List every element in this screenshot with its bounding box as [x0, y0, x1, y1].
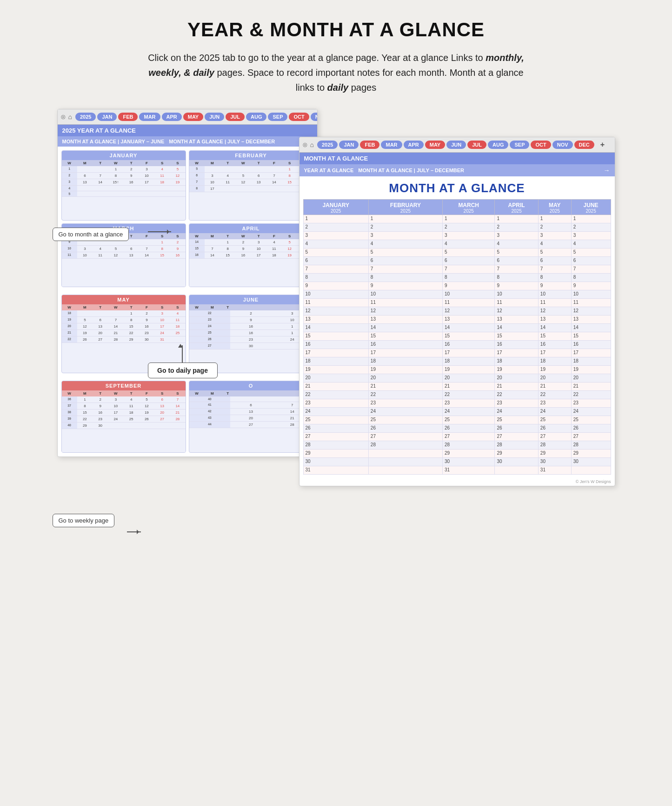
- tab-aug-right[interactable]: AUG: [488, 141, 508, 149]
- table-row: 161616161616: [303, 341, 611, 349]
- tab-plus-right[interactable]: +: [596, 139, 609, 150]
- table-row: 777777: [303, 265, 611, 274]
- tab-may-right[interactable]: MAY: [425, 141, 445, 149]
- tab-oct-right[interactable]: OCT: [531, 141, 551, 149]
- nav-month-jul-dec-right[interactable]: MONTH AT A GLANCE | JULY – DECEMBER: [358, 168, 464, 173]
- month-table: JANUARY2025 FEBRUARY2025 MARCH2025 APRIL…: [303, 199, 611, 475]
- nav-year-glance[interactable]: YEAR AT A GLANCE: [304, 168, 354, 173]
- month-glance-nav: YEAR AT A GLANCE MONTH AT A GLANCE | JUL…: [299, 164, 615, 176]
- cal-april: APRIL W M T W T F S S 14 1 2 3 4: [189, 223, 313, 287]
- th-march: MARCH2025: [443, 200, 495, 215]
- calendar-grid-top: JANUARY W M T W T F S S 1 1 2 3: [58, 147, 317, 291]
- tab-jul-right[interactable]: JUL: [467, 141, 486, 149]
- close-icon-right[interactable]: ⊗: [302, 141, 308, 148]
- table-row: 282828282828: [303, 441, 611, 450]
- tab-nov[interactable]: NOV: [311, 113, 318, 121]
- th-june: JUNE2025: [571, 200, 611, 215]
- table-row: 222222: [303, 223, 611, 232]
- page-description: Click on the 2025 tab to go to the year …: [146, 50, 527, 95]
- jan-week3: 3 13 14 15↑ 16 17 18 19: [62, 179, 186, 186]
- nav-bar-left: MONTH AT A GLANCE | JANUARY – JUNE MONTH…: [58, 136, 317, 147]
- jan-week5: 5: [62, 191, 186, 197]
- apr-dow: W M T W T F S S: [189, 233, 313, 239]
- dow-s: S: [154, 160, 170, 166]
- table-row: 181818181818: [303, 357, 611, 366]
- month-table-container: JANUARY2025 FEBRUARY2025 MARCH2025 APRIL…: [299, 199, 615, 478]
- table-row: 212121212121: [303, 383, 611, 391]
- goto-weekly-label[interactable]: Go to weekly page: [53, 514, 115, 527]
- month-table-body: 1111112222223333334444445555556666667777…: [303, 215, 611, 475]
- nav-month-jul-dec[interactable]: MONTH AT A GLANCE | JULY – DECEMBER: [169, 139, 275, 144]
- tab-mar-right[interactable]: MAR: [381, 141, 402, 149]
- tab-sep[interactable]: SEP: [268, 113, 287, 121]
- tab-feb-right[interactable]: FEB: [360, 141, 379, 149]
- tab-jul[interactable]: JUL: [226, 113, 245, 121]
- jan-week1: 1 1 2 3 4 5: [62, 166, 186, 173]
- table-row: 151515151515: [303, 332, 611, 341]
- tab-mar[interactable]: MAR: [139, 113, 160, 121]
- th-may: MAY2025: [538, 200, 571, 215]
- table-row: 262626262626: [303, 424, 611, 433]
- goto-month-label[interactable]: Go to month at a glance: [53, 228, 129, 241]
- goto-daily-label[interactable]: Go to daily page: [148, 363, 218, 378]
- table-row: 101010101010: [303, 290, 611, 299]
- feb-header: FEBRUARY: [189, 151, 313, 160]
- tab-2025[interactable]: 2025: [75, 113, 96, 121]
- table-row: 242424242424: [303, 408, 611, 416]
- table-row: 666666: [303, 257, 611, 265]
- home-icon[interactable]: ⌂: [68, 113, 72, 121]
- tab-jun[interactable]: JUN: [205, 113, 224, 121]
- table-row: 555555: [303, 249, 611, 257]
- feb-week3: 7 10 11 12 13 14 15 16: [189, 179, 313, 186]
- tab-feb[interactable]: FEB: [118, 113, 138, 121]
- cal-may: MAY W M T W T F S S 18 1 2: [61, 295, 186, 373]
- year-header: 2025 YEAR AT A GLANCE: [58, 125, 317, 136]
- table-row: 111111111111: [303, 299, 611, 307]
- oct-header-p: O: [189, 381, 313, 390]
- tab-2025-right[interactable]: 2025: [317, 141, 338, 149]
- close-icon[interactable]: ⊗: [60, 113, 66, 121]
- apr-header: APRIL: [189, 224, 313, 233]
- jun-header: JUNE: [189, 295, 313, 304]
- main-container: ⊗ ⌂ 2025 JAN FEB MAR APR MAY JUN JUL AUG…: [57, 109, 615, 751]
- table-row: 131313131313: [303, 316, 611, 324]
- tab-bar-right: ⊗ ⌂ 2025 JAN FEB MAR APR MAY JUN JUL AUG…: [299, 137, 615, 153]
- th-february: FEBRUARY2025: [368, 200, 442, 215]
- goto-month-arrow: [148, 231, 171, 232]
- feb-dow: W M T W T F S S: [189, 160, 313, 166]
- tab-nov-right[interactable]: NOV: [552, 141, 573, 149]
- feb-week4: 8 17: [189, 186, 313, 192]
- dow-w: W: [62, 160, 77, 166]
- calendar-grid-bot: SEPTEMBER W M T W T F S S 36 1 2 3 4: [58, 377, 317, 457]
- cal-june-partial: JUNE W M T 22 2 3 23 9 10 24: [189, 295, 313, 373]
- tab-may[interactable]: MAY: [183, 113, 203, 121]
- feb-week1: 5 1 2: [189, 166, 313, 173]
- jan-dow: W M T W T F S S: [62, 160, 186, 166]
- footer-credit: © Jen's W Designs: [299, 478, 615, 486]
- month-header-row: JANUARY2025 FEBRUARY2025 MARCH2025 APRIL…: [303, 200, 611, 215]
- tab-oct[interactable]: OCT: [289, 113, 309, 121]
- tab-bar-left: ⊗ ⌂ 2025 JAN FEB MAR APR MAY JUN JUL AUG…: [58, 109, 317, 125]
- jan-header: JANUARY: [62, 151, 186, 160]
- table-row: 999999: [303, 282, 611, 290]
- tab-apr-right[interactable]: APR: [404, 141, 424, 149]
- tab-sep-right[interactable]: SEP: [510, 141, 529, 149]
- tab-apr[interactable]: APR: [162, 113, 182, 121]
- table-row: 272727272727: [303, 433, 611, 441]
- tab-jan[interactable]: JAN: [97, 113, 117, 121]
- home-icon-right[interactable]: ⌂: [310, 141, 314, 148]
- tab-dec-right[interactable]: DEC: [574, 141, 594, 149]
- jan-week2: 2 6 7 8 9 10 11 12: [62, 173, 186, 179]
- nav-month-jan-jun[interactable]: MONTH AT A GLANCE | JANUARY – JUNE: [62, 139, 165, 144]
- feb-week2: 6 3 4 5 6 7 8 9: [189, 173, 313, 179]
- table-row: 171717171717: [303, 349, 611, 357]
- table-row: 191919191919: [303, 366, 611, 374]
- tab-jan-right[interactable]: JAN: [339, 141, 359, 149]
- month-at-glance-title: MONTH AT A GLANCE: [299, 176, 615, 199]
- table-row: 3030303030: [303, 458, 611, 466]
- tab-aug[interactable]: AUG: [246, 113, 266, 121]
- table-row: 141414141414: [303, 324, 611, 332]
- tab-jun-right[interactable]: JUN: [446, 141, 466, 149]
- dow-s2: S: [170, 160, 185, 166]
- right-page: ⊗ ⌂ 2025 JAN FEB MAR APR MAY JUN JUL AUG…: [299, 137, 615, 486]
